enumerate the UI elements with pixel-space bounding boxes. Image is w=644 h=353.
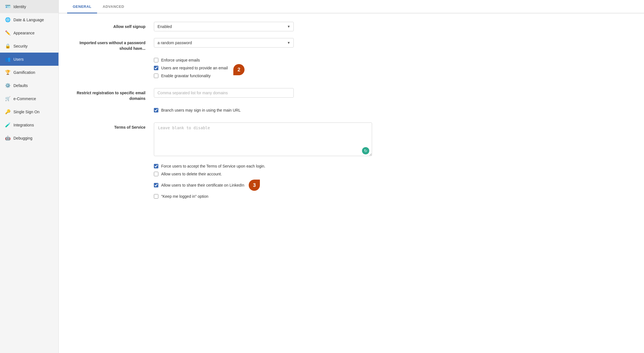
- checkbox-label-enforce-unique-emails[interactable]: Enforce unique emails: [161, 58, 200, 62]
- branch-checkbox-container: Branch users may sign in using the main …: [154, 108, 350, 112]
- sso-icon: 🔑: [5, 109, 11, 114]
- sidebar-item-label-security: Security: [13, 44, 28, 48]
- sidebar-item-label-sso: Single Sign On: [13, 110, 39, 114]
- sidebar-item-label-defaults: Defaults: [13, 83, 28, 88]
- branch-users-spacer: [70, 108, 154, 110]
- checkbox-label-allow-delete-account[interactable]: Allow users to delete their account.: [161, 172, 222, 176]
- tab-general[interactable]: GENERAL: [67, 0, 97, 13]
- sidebar-item-users[interactable]: 👥 Users: [0, 53, 58, 66]
- checkbox-row-force-accept-tos: Force users to accept the Terms of Servi…: [154, 164, 265, 168]
- checkbox-label-allow-share-linkedin[interactable]: Allow users to share their certificate o…: [161, 183, 244, 187]
- settings-content: Allow self signup EnabledDisabledBy invi…: [59, 13, 644, 353]
- sidebar-item-label-gamification: Gamification: [13, 70, 35, 75]
- gamification-icon: 🏆: [5, 70, 11, 75]
- terms-of-service-row: Terms of Service ↻: [70, 123, 633, 157]
- sidebar-item-ecommerce[interactable]: 🛒 e-Commerce: [0, 92, 58, 105]
- sidebar-item-defaults[interactable]: ⚙️ Defaults: [0, 79, 58, 92]
- sidebar-item-label-debugging: Debugging: [13, 136, 32, 140]
- users-icon: 👥: [5, 57, 11, 62]
- checkbox-wrapper-allow-share-linkedin: Allow users to share their certificate o…: [154, 180, 350, 194]
- checkbox-row-enforce-unique-emails: Enforce unique emails: [154, 58, 228, 62]
- checkboxes-group1-callout-row: Enforce unique emails Users are required…: [154, 58, 350, 81]
- checkboxes-group1-control: Enforce unique emails Users are required…: [154, 58, 350, 81]
- checkbox-row-enable-gravatar: Enable gravatar functionality: [154, 74, 228, 78]
- checkbox-row-keep-me-logged-in: "Keep me logged in" option: [154, 194, 208, 199]
- imported-users-password-select[interactable]: a random passwordno password set: [154, 38, 294, 48]
- checkboxes-group3-spacer: [70, 164, 154, 166]
- checkbox-label-branch-users-sign-in[interactable]: Branch users may sign in using the main …: [161, 108, 241, 112]
- restrict-registration-control: [154, 88, 350, 98]
- branch-users-row: Branch users may sign in using the main …: [70, 108, 633, 116]
- terms-of-service-label: Terms of Service: [70, 123, 154, 130]
- tab-advanced[interactable]: ADVANCED: [97, 0, 130, 13]
- allow-self-signup-control: EnabledDisabledBy invitation only ▼: [154, 22, 350, 31]
- checkbox-keep-me-logged-in[interactable]: [154, 194, 158, 199]
- imported-users-password-select-wrapper: a random passwordno password set ▼: [154, 38, 294, 48]
- checkbox-enable-gravatar[interactable]: [154, 74, 158, 78]
- checkbox-force-accept-tos[interactable]: [154, 164, 158, 168]
- checkbox-row-allow-delete-account: Allow users to delete their account.: [154, 172, 222, 176]
- checkboxes-group3-row: Force users to accept the Terms of Servi…: [70, 164, 633, 202]
- allow-self-signup-row: Allow self signup EnabledDisabledBy invi…: [70, 22, 633, 31]
- sidebar-item-gamification[interactable]: 🏆 Gamification: [0, 66, 58, 79]
- restrict-registration-label: Restrict registration to specific email …: [70, 88, 154, 101]
- restrict-registration-row: Restrict registration to specific email …: [70, 88, 633, 101]
- debugging-icon: 🤖: [5, 135, 11, 141]
- imported-users-password-row: Imported users without a password should…: [70, 38, 633, 51]
- sidebar-item-date-language[interactable]: 🌐 Date & Language: [0, 13, 58, 26]
- main-content: GENERALADVANCED Allow self signup Enable…: [59, 0, 644, 353]
- sidebar-item-integrations[interactable]: 🧪 Integrations: [0, 118, 58, 131]
- restrict-registration-input[interactable]: [154, 88, 294, 98]
- sidebar: 🪪 Identity 🌐 Date & Language ✏️ Appearan…: [0, 0, 59, 353]
- checkboxes-group1-row: Enforce unique emails Users are required…: [70, 58, 633, 81]
- integrations-icon: 🧪: [5, 122, 11, 128]
- checkbox-users-require-email[interactable]: [154, 66, 158, 70]
- checkboxes-group1-spacer: [70, 58, 154, 60]
- allow-self-signup-select-wrapper: EnabledDisabledBy invitation only ▼: [154, 22, 294, 31]
- identity-icon: 🪪: [5, 4, 11, 9]
- sidebar-item-sso[interactable]: 🔑 Single Sign On: [0, 105, 58, 118]
- defaults-icon: ⚙️: [5, 83, 11, 88]
- tabs-bar: GENERALADVANCED: [59, 0, 644, 13]
- sidebar-item-label-users: Users: [13, 57, 24, 62]
- sidebar-item-label-integrations: Integrations: [13, 123, 34, 127]
- appearance-icon: ✏️: [5, 30, 11, 36]
- checkbox-row-users-require-email: Users are required to provide an email: [154, 66, 228, 70]
- checkbox-wrapper-allow-delete-account: Allow users to delete their account.: [154, 172, 350, 180]
- sidebar-item-label-appearance: Appearance: [13, 31, 35, 35]
- checkbox-wrapper-force-accept-tos: Force users to accept the Terms of Servi…: [154, 164, 350, 172]
- checkbox-label-users-require-email[interactable]: Users are required to provide an email: [161, 66, 228, 70]
- allow-self-signup-select[interactable]: EnabledDisabledBy invitation only: [154, 22, 294, 31]
- linkedin-callout-badge: 3: [249, 180, 260, 191]
- sidebar-item-identity[interactable]: 🪪 Identity: [0, 0, 58, 13]
- sidebar-item-security[interactable]: 🔒 Security: [0, 39, 58, 53]
- checkboxes-group1-list: Enforce unique emails Users are required…: [154, 58, 228, 81]
- users-callout-badge: 2: [233, 64, 245, 75]
- ecommerce-icon: 🛒: [5, 96, 11, 101]
- checkbox-branch-users-sign-in[interactable]: [154, 108, 158, 112]
- checkbox-allow-share-linkedin[interactable]: [154, 183, 158, 187]
- sidebar-item-label-identity: Identity: [13, 4, 26, 9]
- checkbox-allow-delete-account[interactable]: [154, 172, 158, 176]
- checkbox-label-enable-gravatar[interactable]: Enable gravatar functionality: [161, 74, 211, 78]
- security-icon: 🔒: [5, 43, 11, 49]
- imported-users-password-label: Imported users without a password should…: [70, 38, 154, 51]
- imported-users-password-control: a random passwordno password set ▼: [154, 38, 350, 48]
- checkbox-enforce-unique-emails[interactable]: [154, 58, 158, 62]
- branch-users-control: Branch users may sign in using the main …: [154, 108, 350, 116]
- terms-of-service-textarea-wrapper: ↻: [154, 123, 372, 157]
- terms-of-service-textarea[interactable]: [154, 123, 372, 156]
- terms-of-service-control: ↻: [154, 123, 350, 157]
- date-language-icon: 🌐: [5, 17, 11, 22]
- checkbox-row-branch-users-sign-in: Branch users may sign in using the main …: [154, 108, 350, 112]
- checkbox-label-force-accept-tos[interactable]: Force users to accept the Terms of Servi…: [161, 164, 265, 168]
- checkbox-label-keep-me-logged-in[interactable]: "Keep me logged in" option: [161, 194, 208, 199]
- checkboxes-group3-container: Force users to accept the Terms of Servi…: [154, 164, 350, 202]
- checkboxes-group3-control: Force users to accept the Terms of Servi…: [154, 164, 350, 202]
- checkbox-row-allow-share-linkedin: Allow users to share their certificate o…: [154, 183, 244, 187]
- sidebar-item-appearance[interactable]: ✏️ Appearance: [0, 26, 58, 39]
- sidebar-item-label-date-language: Date & Language: [13, 18, 44, 22]
- sidebar-item-debugging[interactable]: 🤖 Debugging: [0, 131, 58, 145]
- allow-self-signup-label: Allow self signup: [70, 22, 154, 30]
- checkbox-wrapper-keep-me-logged-in: "Keep me logged in" option: [154, 194, 350, 202]
